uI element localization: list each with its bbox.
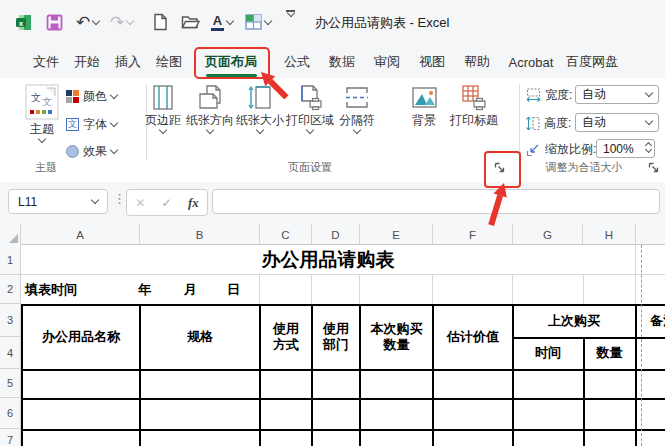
- cell-fill-time[interactable]: 填表时间: [25, 275, 77, 304]
- chevron-down-icon: [206, 126, 214, 134]
- themes-group-label: 主题: [16, 160, 76, 175]
- tab-file[interactable]: 文件: [32, 46, 60, 78]
- breaks-button[interactable]: 分隔符: [334, 84, 380, 156]
- insert-function-button[interactable]: fx: [188, 195, 199, 211]
- gridline: [583, 275, 584, 304]
- cell-buy-qty[interactable]: 本次购买 数量: [360, 304, 433, 369]
- width-label: 宽度:: [545, 89, 572, 102]
- table-borders-button[interactable]: [245, 10, 271, 34]
- column-header-G[interactable]: G: [513, 224, 583, 245]
- new-file-button[interactable]: [153, 10, 168, 34]
- height-label: 高度:: [544, 117, 571, 130]
- window-title: 办公用品请购表 - Excel: [315, 14, 449, 32]
- cell-line: 使用: [323, 321, 349, 337]
- tab-view[interactable]: 视图: [418, 46, 446, 78]
- chevron-down-icon: [264, 16, 272, 24]
- row-header-7[interactable]: 7: [0, 429, 21, 446]
- cell-line: 使用: [273, 321, 299, 337]
- svg-text:x: x: [19, 18, 24, 27]
- undo-button[interactable]: ↶: [76, 10, 99, 34]
- cell-day[interactable]: 日: [227, 275, 240, 304]
- width-select[interactable]: 自动: [575, 85, 659, 104]
- select-all-corner[interactable]: [0, 224, 21, 245]
- tab-data[interactable]: 数据: [328, 46, 356, 78]
- open-file-button[interactable]: [181, 10, 200, 34]
- themes-button[interactable]: 文 文 主题: [22, 84, 62, 156]
- tab-draw[interactable]: 绘图: [155, 46, 183, 78]
- column-header-A[interactable]: A: [21, 224, 140, 245]
- column-header-C[interactable]: C: [260, 224, 312, 245]
- print-titles-icon: [461, 84, 488, 111]
- row-header-6[interactable]: 6: [0, 398, 21, 429]
- gridline: [259, 275, 260, 304]
- formula-input[interactable]: [212, 189, 660, 214]
- paper-size-button[interactable]: 纸张大小: [234, 84, 286, 156]
- button-label: 字体: [83, 118, 107, 131]
- cell-usage-dept[interactable]: 使用 部门: [312, 304, 360, 369]
- column-header-B[interactable]: B: [140, 224, 260, 245]
- redo-button[interactable]: ↷: [110, 10, 133, 34]
- height-select[interactable]: 自动: [575, 113, 659, 132]
- grip-dots-icon[interactable]: ⋮: [113, 191, 126, 206]
- cell-usage-method[interactable]: 使用 方式: [260, 304, 312, 369]
- row-header-2[interactable]: 2: [0, 275, 21, 304]
- cell-est-value[interactable]: 估计价值: [433, 304, 513, 369]
- column-header-H[interactable]: H: [583, 224, 636, 245]
- save-button[interactable]: [46, 10, 63, 34]
- tab-label: 页面布局: [205, 53, 257, 71]
- cell-last-purchase[interactable]: 上次购买: [513, 304, 635, 337]
- cell-spec[interactable]: 规格: [140, 304, 260, 369]
- cell-month[interactable]: 月: [184, 275, 197, 304]
- tab-acrobat[interactable]: Acrobat: [505, 46, 557, 78]
- cell-year[interactable]: 年: [138, 275, 151, 304]
- theme-fonts-button[interactable]: 文 字体: [66, 114, 117, 134]
- qat-overflow-button[interactable]: [286, 10, 295, 34]
- chevron-down-icon: [645, 117, 653, 125]
- cell-time[interactable]: 时间: [513, 337, 583, 369]
- chevron-down-icon: [92, 16, 100, 24]
- tab-formulas[interactable]: 公式: [283, 46, 311, 78]
- theme-colors-button[interactable]: 颜色: [66, 86, 117, 106]
- excel-logo-icon[interactable]: x: [15, 10, 32, 34]
- cancel-button[interactable]: ✕: [135, 196, 145, 210]
- cell-qty[interactable]: 数量: [584, 337, 635, 369]
- cell-item-name[interactable]: 办公用品名称: [22, 304, 140, 369]
- tab-insert[interactable]: 插入: [114, 46, 142, 78]
- margins-button[interactable]: 页边距: [140, 84, 186, 156]
- spinner-arrows[interactable]: [646, 146, 651, 152]
- effects-icon: [66, 145, 79, 158]
- tab-label: 公式: [284, 53, 310, 71]
- column-header-F[interactable]: F: [433, 224, 513, 245]
- row-header-4[interactable]: 4: [0, 337, 21, 369]
- tab-home[interactable]: 开始: [73, 46, 101, 78]
- column-header-partial[interactable]: [636, 224, 665, 245]
- active-tab-underline: [206, 74, 257, 77]
- print-titles-button[interactable]: 打印标题: [446, 84, 502, 156]
- scale-spinner[interactable]: 100%: [596, 139, 655, 158]
- orientation-button[interactable]: 纸张方向: [184, 84, 236, 156]
- print-area-button[interactable]: 打印区域: [284, 84, 336, 156]
- column-header-E[interactable]: E: [360, 224, 433, 245]
- row-header-1[interactable]: 1: [0, 245, 21, 275]
- row-header-3[interactable]: 3: [0, 304, 21, 337]
- font-color-button[interactable]: A: [211, 10, 233, 34]
- tab-review[interactable]: 审阅: [373, 46, 401, 78]
- column-header-D[interactable]: D: [312, 224, 360, 245]
- dialog-launcher-icon: [494, 162, 505, 173]
- tab-help[interactable]: 帮助: [463, 46, 491, 78]
- row-header-5[interactable]: 5: [0, 369, 21, 398]
- background-button[interactable]: 背景: [403, 84, 445, 156]
- tab-label: 文件: [33, 53, 59, 71]
- cell-title[interactable]: 办公用品请购表: [21, 245, 635, 275]
- enter-button[interactable]: ✓: [162, 196, 172, 210]
- theme-effects-button[interactable]: 效果: [66, 141, 117, 161]
- cell-remark-partial[interactable]: 备注: [650, 304, 665, 337]
- chevron-down-icon: [256, 126, 264, 134]
- button-label: 背景: [412, 114, 436, 127]
- scale-to-fit-dialog-launcher[interactable]: [646, 160, 660, 174]
- page-setup-dialog-launcher[interactable]: [492, 160, 506, 174]
- tab-baidu-netdisk[interactable]: 百度网盘: [565, 46, 619, 78]
- name-box[interactable]: L11: [8, 189, 108, 214]
- gridline: [359, 275, 360, 304]
- table-border: [21, 398, 665, 400]
